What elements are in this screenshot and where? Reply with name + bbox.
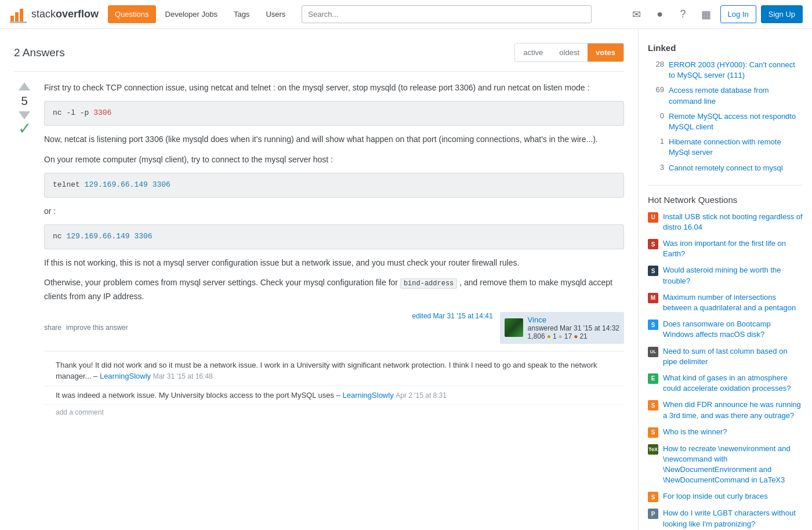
hot-link-9[interactable]: How to recreate \newenvironment and \new… — [663, 444, 803, 486]
linked-link-1[interactable]: Access remote database from command line — [669, 85, 803, 106]
nav-tags[interactable]: Tags — [227, 5, 256, 23]
comment-1-meta: Mar 31 '15 at 16:48 — [153, 372, 213, 380]
login-button[interactable]: Log In — [720, 5, 756, 23]
linked-link-2[interactable]: Remote MySQL access not respondto MySQL … — [669, 111, 803, 132]
code-highlight-2: 129.169.66.149 3306 — [85, 180, 171, 189]
add-comment-link[interactable]: add a comment — [44, 405, 624, 416]
svg-rect-2 — [20, 9, 23, 23]
share-link[interactable]: share — [44, 324, 61, 332]
hot-icon-5: UL — [648, 347, 658, 357]
answer-para-6: Otherwise, your problem comes from mysql… — [44, 276, 624, 303]
hot-link-2[interactable]: Would asteroid mining be worth the troub… — [663, 265, 803, 286]
code-highlight-3: 129.169.66.149 3306 — [66, 232, 152, 241]
hot-icon-0: U — [648, 212, 658, 223]
linked-link-0[interactable]: ERROR 2003 (HY000): Can't connect to MyS… — [669, 60, 803, 81]
hot-item-9: TeX How to recreate \newenvironment and … — [648, 444, 803, 486]
code-highlight-1: 3306 — [93, 108, 111, 117]
answer-para-4: or : — [44, 205, 624, 217]
hot-link-0[interactable]: Install USB stick not booting regardless… — [663, 212, 803, 233]
edited-link[interactable]: edited Mar 31 '15 at 14:41 — [412, 312, 493, 320]
search-bar — [302, 5, 618, 23]
hot-icon-4: S — [648, 320, 658, 330]
sort-tabs: active oldest votes — [514, 43, 624, 62]
hot-item-1: S Was iron important for the first life … — [648, 238, 803, 259]
inbox-icon[interactable]: ✉ — [628, 5, 646, 24]
code-block-3: nc 129.169.66.149 3306 — [44, 224, 624, 249]
hot-link-5[interactable]: Need to sum of last column based on pipe… — [663, 346, 803, 367]
comments-section: Thank you! It did not work and so it mus… — [44, 351, 624, 417]
linked-section: Linked 28 ERROR 2003 (HY000): Can't conn… — [648, 43, 803, 173]
hot-icon-8: S — [648, 427, 658, 438]
user-badges: 1,806 1 17 21 — [528, 332, 619, 340]
logo-text: stackoverflow — [31, 8, 99, 20]
hot-link-6[interactable]: What kind of gases in an atmosphere coul… — [663, 373, 803, 394]
hot-link-3[interactable]: Maximum number of intersections between … — [663, 292, 803, 313]
hot-item-2: S Would asteroid mining be worth the tro… — [648, 265, 803, 286]
sort-tab-active[interactable]: active — [515, 43, 551, 61]
bronze-badge-icon — [574, 332, 578, 340]
answer-para-3: On your remote computer (mysql client), … — [44, 153, 624, 166]
hot-icon-11: P — [648, 509, 658, 519]
hot-item-0: U Install USB stick not booting regardle… — [648, 212, 803, 233]
linked-count-3: 1 — [648, 137, 664, 158]
hot-link-7[interactable]: When did FDR announce he was running a 3… — [663, 400, 803, 420]
vote-count: 5 — [21, 94, 28, 108]
site-header: stackoverflow Questions Developer Jobs T… — [0, 0, 812, 29]
hot-link-10[interactable]: For loop inside out curly braces — [663, 491, 768, 502]
sort-tab-oldest[interactable]: oldest — [551, 43, 588, 61]
hot-item-4: S Does ransomware on Bootcamp Windows af… — [648, 319, 803, 340]
nav-developer-jobs[interactable]: Developer Jobs — [158, 5, 224, 23]
silver-badge-icon — [559, 332, 563, 340]
hot-icon-6: E — [648, 373, 658, 384]
hot-item-11: P How do I write LGBT characters without… — [648, 508, 803, 529]
code-inline-bind-address: bind-address — [400, 278, 457, 289]
user-card: Vince answered Mar 31 '15 at 14:32 1,806… — [500, 312, 624, 344]
comment-2-meta: Apr 2 '15 at 8:31 — [396, 391, 447, 400]
logo-icon — [9, 5, 28, 24]
hot-link-11[interactable]: How do I write LGBT characters without l… — [663, 508, 803, 529]
header-actions: ✉ ● ? ▦ Log In Sign Up — [628, 5, 803, 24]
comment-2: It was indeed a network issue. My Univer… — [44, 386, 624, 405]
linked-item-3: 1 Hibernate connection with remote MySql… — [648, 137, 803, 158]
comment-2-user-link[interactable]: LearningSlowly — [342, 391, 393, 400]
upvote-button[interactable] — [19, 82, 30, 90]
hot-item-6: E What kind of gases in an atmosphere co… — [648, 373, 803, 394]
comment-1-user-link[interactable]: LearningSlowly — [100, 372, 151, 380]
logo[interactable]: stackoverflow — [9, 5, 99, 24]
accepted-checkmark[interactable]: ✓ — [18, 121, 31, 137]
linked-item-4: 3 Cannot remotely connect to mysql — [648, 163, 803, 173]
linked-title: Linked — [648, 43, 803, 53]
linked-link-4[interactable]: Cannot remotely connect to mysql — [669, 163, 783, 173]
nav-questions[interactable]: Questions — [108, 5, 156, 23]
hot-icon-3: M — [648, 293, 658, 303]
answer-para-2: Now, netcat is listening port 3306 (like… — [44, 133, 624, 146]
code-block-2: telnet 129.169.66.149 3306 — [44, 173, 624, 198]
hot-link-8[interactable]: Who is the winner? — [663, 427, 727, 437]
user-name[interactable]: Vince — [528, 315, 546, 324]
answer-content: First try to check TCP connection issue,… — [44, 81, 624, 416]
chat-icon[interactable]: ▦ — [697, 5, 716, 24]
sidebar: Linked 28 ERROR 2003 (HY000): Can't conn… — [638, 29, 812, 530]
hot-link-1[interactable]: Was iron important for the first life on… — [663, 238, 803, 259]
nav-users[interactable]: Users — [259, 5, 292, 23]
answers-title: 2 Answers — [14, 46, 65, 59]
hot-item-10: S For loop inside out curly braces — [648, 491, 803, 502]
search-input[interactable] — [302, 5, 592, 23]
downvote-button[interactable] — [19, 111, 30, 119]
answer-para-5: If this is not working, this is not a my… — [44, 256, 624, 269]
answer-block: 5 ✓ First try to check TCP connection is… — [14, 71, 624, 426]
main-container: 2 Answers active oldest votes 5 ✓ First … — [0, 29, 812, 530]
content-area: 2 Answers active oldest votes 5 ✓ First … — [0, 29, 638, 530]
hot-item-3: M Maximum number of intersections betwee… — [648, 292, 803, 313]
gold-badge-icon — [547, 332, 551, 340]
code-block-1: nc -l -p 3306 — [44, 101, 624, 126]
improve-answer-link[interactable]: improve this answer — [66, 324, 128, 332]
achievements-icon[interactable]: ● — [651, 5, 669, 24]
hot-link-4[interactable]: Does ransomware on Bootcamp Windows affe… — [663, 319, 803, 340]
hot-section: Hot Network Questions U Install USB stic… — [648, 185, 803, 529]
hot-icon-9: TeX — [648, 444, 658, 455]
signup-button[interactable]: Sign Up — [761, 5, 803, 23]
sort-tab-votes[interactable]: votes — [588, 43, 624, 61]
help-icon[interactable]: ? — [674, 5, 693, 24]
linked-link-3[interactable]: Hibernate connection with remote MySql s… — [669, 137, 803, 158]
